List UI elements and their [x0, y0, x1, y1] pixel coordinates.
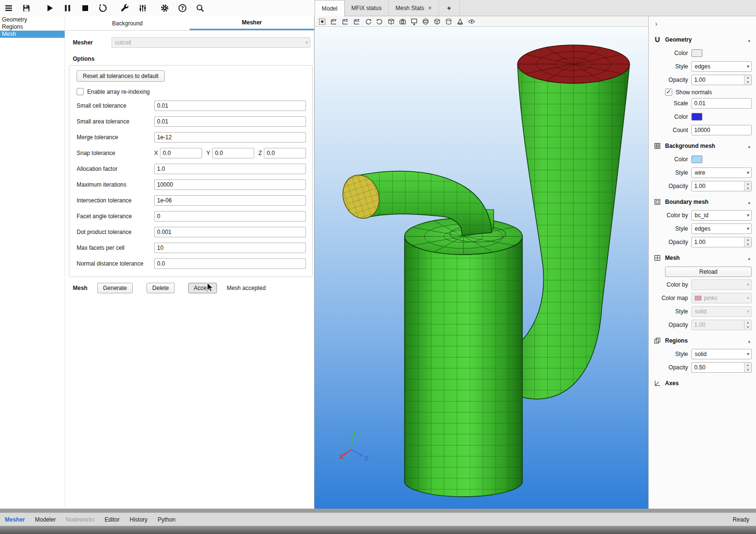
show-normals-checkbox[interactable] — [665, 89, 672, 96]
tree-item-geometry[interactable]: Geometry — [0, 16, 65, 23]
regions-style-combobox[interactable]: solid — [691, 349, 752, 359]
max-facets-per-cell-input[interactable] — [154, 243, 306, 253]
background-mesh-opacity-spinbox[interactable] — [691, 181, 752, 191]
rotate-left-icon[interactable] — [364, 17, 372, 25]
collapse-section-icon[interactable] — [748, 143, 752, 149]
normals-scale-input[interactable] — [691, 98, 752, 109]
reset-button[interactable] — [97, 2, 109, 14]
build-button[interactable] — [119, 2, 131, 14]
spin-up-icon[interactable] — [745, 181, 751, 186]
geometry-color-swatch[interactable] — [691, 49, 702, 57]
fit-view-icon[interactable] — [318, 17, 326, 25]
rotate-right-icon[interactable] — [375, 17, 384, 25]
run-button[interactable] — [44, 2, 56, 14]
section-regions[interactable]: Regions — [654, 335, 752, 346]
normals-color-swatch[interactable] — [691, 113, 702, 121]
stop-button[interactable] — [79, 2, 91, 14]
normals-count-input[interactable] — [691, 125, 752, 135]
collapse-section-icon[interactable] — [748, 36, 752, 43]
save-button[interactable] — [20, 2, 33, 14]
mesher-combobox[interactable]: cutcell — [112, 37, 310, 48]
boundary-mesh-opacity-spinbox[interactable] — [691, 237, 752, 247]
snap-x-input[interactable] — [160, 148, 202, 158]
delete-mesh-button[interactable]: Delete — [147, 283, 175, 293]
pause-button[interactable] — [61, 2, 74, 14]
background-mesh-color-swatch[interactable] — [691, 156, 702, 163]
spin-up-icon[interactable] — [745, 363, 751, 367]
boundary-mesh-color-by-combobox[interactable]: bc_id — [691, 210, 752, 221]
perspective-icon[interactable] — [387, 17, 395, 25]
section-mesh[interactable]: Mesh — [654, 252, 752, 264]
spin-up-icon[interactable] — [745, 237, 751, 242]
geometry-style-combobox[interactable]: edges — [691, 61, 752, 72]
normal-distance-tolerance-input[interactable] — [154, 258, 306, 269]
3d-viewport[interactable]: X Y Z — [315, 27, 648, 509]
section-geometry[interactable]: Geometry — [654, 34, 752, 45]
mesh-color-map-combobox[interactable]: pinks — [691, 293, 752, 303]
collapse-panel-icon[interactable] — [654, 20, 657, 28]
snap-z-input[interactable] — [264, 148, 306, 158]
boundary-mesh-style-combobox[interactable]: edges — [691, 223, 752, 234]
spin-up-icon[interactable] — [745, 320, 751, 325]
collapse-section-icon[interactable] — [748, 337, 752, 344]
merge-tolerance-input[interactable] — [154, 132, 306, 143]
facet-angle-tolerance-input[interactable] — [154, 211, 306, 222]
close-tab-icon[interactable]: × — [428, 4, 432, 11]
search-button[interactable] — [194, 2, 206, 14]
tab-background[interactable]: Background — [65, 16, 190, 30]
settings-button[interactable] — [158, 2, 171, 14]
sphere-icon[interactable] — [421, 17, 429, 25]
parameters-button[interactable] — [136, 2, 149, 14]
reload-mesh-button[interactable]: Reload — [665, 267, 752, 277]
snap-y-input[interactable] — [212, 148, 254, 158]
view-xy-icon[interactable]: XY — [329, 17, 338, 25]
box-icon[interactable] — [433, 17, 441, 25]
screenshot-icon[interactable] — [410, 17, 418, 25]
mesh-color-by-combobox[interactable] — [691, 279, 752, 290]
spin-down-icon[interactable] — [745, 186, 751, 191]
regions-opacity-spinbox[interactable] — [691, 362, 752, 373]
tab-mesh-stats[interactable]: Mesh Stats× — [389, 0, 439, 16]
mode-editor[interactable]: Editor — [104, 516, 119, 523]
small-area-tolerance-input[interactable] — [154, 116, 306, 127]
tab-mfix-status[interactable]: MFiX status — [345, 0, 389, 16]
new-tab-button[interactable]: + — [439, 0, 460, 16]
allocation-factor-input[interactable] — [154, 164, 306, 174]
mode-python[interactable]: Python — [158, 516, 175, 523]
collapse-section-icon[interactable] — [748, 255, 752, 261]
spin-down-icon[interactable] — [745, 80, 751, 85]
mesh-style-combobox[interactable]: solid — [691, 306, 752, 317]
spin-down-icon[interactable] — [745, 242, 751, 247]
spin-down-icon[interactable] — [745, 367, 751, 372]
tab-model[interactable]: Model — [315, 0, 345, 16]
mode-modeler[interactable]: Modeler — [35, 516, 56, 523]
cylinder-icon[interactable] — [444, 17, 452, 25]
geometry-opacity-spinbox[interactable] — [691, 75, 752, 85]
menu-button[interactable] — [2, 2, 15, 14]
section-axes[interactable]: Axes — [654, 378, 752, 389]
collapse-section-icon[interactable] — [748, 199, 752, 205]
tree-item-regions[interactable]: Regions — [0, 23, 65, 31]
visibility-icon[interactable] — [467, 17, 475, 25]
section-boundary-mesh[interactable]: Boundary mesh — [654, 196, 752, 208]
reset-tolerances-button[interactable]: Reset all tolerances to default — [77, 70, 165, 82]
dot-product-tolerance-input[interactable] — [154, 227, 306, 237]
camera-icon[interactable] — [398, 17, 406, 25]
spin-down-icon[interactable] — [745, 325, 751, 330]
intersection-tolerance-input[interactable] — [154, 195, 306, 206]
mode-mesher[interactable]: Mesher — [5, 516, 25, 523]
tree-item-mesh[interactable]: Mesh — [0, 31, 65, 38]
array-reindex-checkbox[interactable] — [77, 88, 84, 95]
background-mesh-style-combobox[interactable]: wire — [691, 167, 752, 178]
tab-mesher[interactable]: Mesher — [190, 16, 314, 30]
view-xz-icon[interactable]: XZ — [352, 17, 361, 25]
maximum-iterations-input[interactable] — [154, 179, 306, 190]
section-background-mesh[interactable]: Background mesh — [654, 140, 752, 152]
generate-mesh-button[interactable]: Generate — [97, 283, 133, 293]
small-cell-tolerance-input[interactable] — [154, 100, 306, 111]
spin-up-icon[interactable] — [745, 75, 751, 80]
help-button[interactable]: ? — [176, 2, 189, 14]
mode-history[interactable]: History — [130, 516, 147, 523]
view-yz-icon[interactable]: YZ — [341, 17, 349, 25]
cone-icon[interactable] — [456, 17, 464, 25]
